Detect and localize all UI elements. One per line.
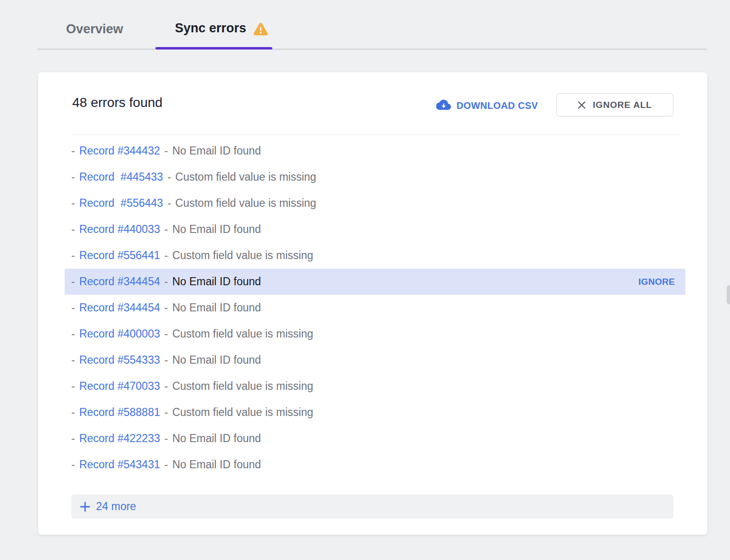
error-record-link[interactable]: Record #588881	[79, 406, 160, 419]
error-record-link[interactable]: Record #344454	[79, 301, 160, 314]
error-record-link[interactable]: Record #556443	[79, 197, 163, 210]
row-dash: -	[71, 354, 75, 367]
error-record-link[interactable]: Record #554333	[79, 354, 160, 367]
show-more-label: 24 more	[96, 500, 136, 513]
error-record-link[interactable]: Record #543431	[79, 458, 160, 471]
row-separator-dash: -	[164, 432, 168, 445]
error-record-link[interactable]: Record #422233	[79, 432, 160, 445]
error-record-link[interactable]: Record #556441	[79, 249, 160, 262]
row-separator-dash: -	[167, 197, 171, 210]
error-row: - Record #543431 - No Email ID found	[38, 452, 707, 478]
row-dash: -	[71, 328, 75, 340]
error-message: Custom field value is missing	[172, 380, 313, 393]
error-message: Custom field value is missing	[175, 197, 317, 210]
errors-found-title: 48 errors found	[72, 95, 163, 110]
error-row: - Record #344432 - No Email ID found	[38, 138, 707, 164]
row-dash: -	[71, 380, 75, 393]
tab-overview[interactable]: Overview	[66, 22, 123, 37]
error-message: No Email ID found	[172, 275, 261, 288]
row-dash: -	[71, 275, 75, 288]
error-list: - Record #344432 - No Email ID found - R…	[38, 135, 707, 478]
show-more-button[interactable]: 24 more	[71, 494, 673, 519]
error-message: No Email ID found	[172, 145, 261, 157]
error-row: - Record #344454 - No Email ID found IGN…	[65, 269, 685, 295]
error-message: Custom field value is missing	[172, 328, 313, 340]
row-separator-dash: -	[164, 145, 168, 157]
error-message: Custom field value is missing	[172, 249, 313, 262]
error-row: - Record #556441 - Custom field value is…	[38, 242, 707, 269]
row-dash: -	[71, 249, 75, 262]
tab-sync-errors[interactable]: Sync errors	[175, 21, 268, 36]
error-message: No Email ID found	[172, 354, 261, 367]
row-separator-dash: -	[164, 380, 168, 393]
scrollbar-thumb[interactable]	[727, 285, 730, 304]
error-row: - Record #344454 - No Email ID found	[38, 295, 707, 321]
active-tab-underline	[155, 47, 272, 49]
row-dash: -	[71, 171, 75, 183]
error-row: - Record #470033 - Custom field value is…	[38, 373, 707, 399]
tab-sync-errors-label: Sync errors	[175, 21, 246, 36]
cloud-download-icon	[436, 99, 451, 112]
error-message: No Email ID found	[172, 432, 261, 445]
page: Overview Sync errors 48 errors found DOW…	[0, 0, 730, 560]
error-record-link[interactable]: Record #400003	[79, 328, 160, 340]
error-record-link[interactable]: Record #344454	[79, 275, 160, 288]
error-record-link[interactable]: Record #445433	[79, 171, 163, 183]
error-message: Custom field value is missing	[175, 171, 317, 183]
ignore-all-label: IGNORE ALL	[593, 100, 652, 110]
error-row: - Record #554333 - No Email ID found	[38, 347, 707, 373]
row-separator-dash: -	[164, 249, 168, 262]
error-row: - Record #400003 - Custom field value is…	[38, 321, 707, 347]
row-dash: -	[71, 223, 75, 236]
error-row: - Record #445433 - Custom field value is…	[38, 164, 707, 190]
download-csv-label: DOWNLOAD CSV	[457, 100, 538, 111]
row-ignore-button[interactable]: IGNORE	[638, 277, 675, 287]
tabbar-divider	[38, 48, 707, 50]
error-row: - Record #440033 - No Email ID found	[38, 216, 707, 242]
x-icon	[577, 101, 586, 109]
error-record-link[interactable]: Record #470033	[79, 380, 160, 393]
warning-triangle-icon	[253, 21, 268, 36]
row-dash: -	[71, 406, 75, 419]
error-row: - Record #422233 - No Email ID found	[38, 425, 707, 452]
row-dash: -	[71, 301, 75, 314]
error-row: - Record #588881 - Custom field value is…	[38, 399, 707, 425]
row-separator-dash: -	[167, 171, 171, 183]
row-dash: -	[71, 145, 75, 157]
row-dash: -	[71, 458, 75, 471]
row-separator-dash: -	[164, 301, 168, 314]
download-csv-link[interactable]: DOWNLOAD CSV	[436, 99, 538, 112]
ignore-all-button[interactable]: IGNORE ALL	[556, 93, 673, 116]
row-separator-dash: -	[164, 354, 168, 367]
error-row: - Record #556443 - Custom field value is…	[38, 190, 707, 216]
row-separator-dash: -	[164, 275, 168, 288]
error-message: No Email ID found	[172, 458, 261, 471]
error-message: No Email ID found	[172, 223, 261, 236]
row-separator-dash: -	[164, 406, 168, 419]
sync-errors-panel: 48 errors found DOWNLOAD CSV IGNORE ALL …	[38, 72, 707, 535]
row-separator-dash: -	[164, 223, 168, 236]
error-record-link[interactable]: Record #440033	[79, 223, 160, 236]
row-dash: -	[71, 432, 75, 445]
plus-icon	[80, 502, 90, 512]
error-message: No Email ID found	[172, 301, 261, 314]
error-message: Custom field value is missing	[172, 406, 313, 419]
row-dash: -	[71, 197, 75, 210]
error-record-link[interactable]: Record #344432	[79, 145, 160, 157]
row-separator-dash: -	[164, 328, 168, 340]
row-separator-dash: -	[164, 458, 168, 471]
